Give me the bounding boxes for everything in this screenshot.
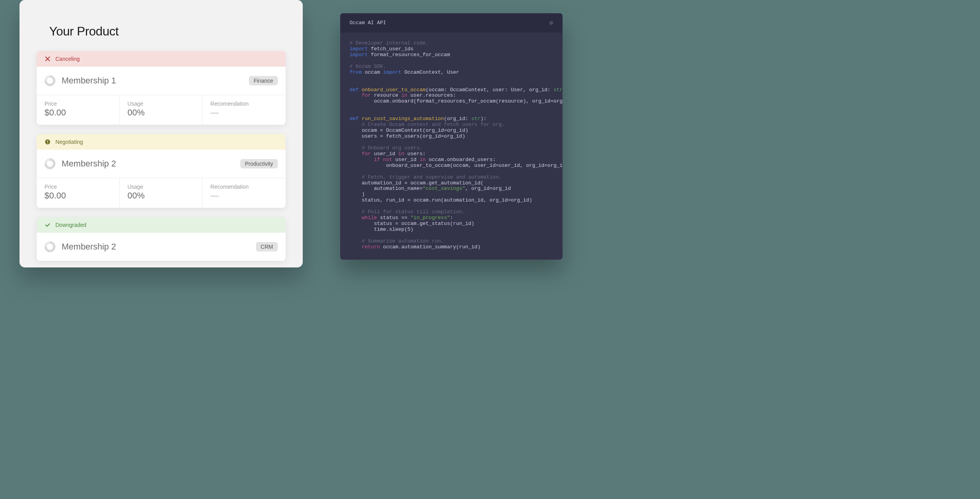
code-text: users = fetch_users(org_id=org_id) (350, 133, 465, 139)
status-bar-negotiating: Negotiating (37, 134, 286, 150)
membership-card: Negotiating Membership 2 Productivity Pr… (37, 134, 286, 208)
code-text: ): (480, 116, 486, 122)
window-dot-icon (549, 21, 553, 25)
membership-header: Membership 2 Productivity (37, 150, 286, 178)
check-icon (44, 222, 51, 228)
stat-label: Usage (128, 101, 195, 107)
code-text: fetch_user_ids (368, 46, 414, 52)
code-text: occam.onboarded_users: (426, 157, 495, 163)
code-string: "cost_savings" (423, 186, 465, 191)
membership-card: Canceling Membership 1 Finance Price $0.… (37, 51, 286, 125)
stat-value: 00% (128, 108, 195, 118)
code-keyword: not (383, 157, 392, 163)
membership-name: Membership 2 (62, 159, 116, 169)
code-comment: # Summarise automation run. (362, 238, 444, 244)
code-title: Occam AI API (350, 20, 386, 26)
stat-value: $0.00 (44, 108, 112, 118)
code-text: occam.automation_summary(run_id) (380, 244, 480, 250)
status-bar-downgraded: Downgraded (37, 217, 286, 233)
stat-value: — (210, 191, 278, 201)
stat-label: Usage (128, 184, 195, 190)
category-tag: Productivity (240, 159, 278, 168)
membership-name: Membership 1 (62, 76, 116, 86)
product-card: Your Product Canceling Membership 1 Fina… (20, 0, 303, 267)
code-function: run_cost_savings_automation (359, 116, 444, 122)
code-body: # Developer internal code. import fetch_… (340, 33, 563, 260)
code-titlebar: Occam AI API (340, 13, 563, 33)
code-keyword: if (374, 157, 380, 163)
membership-card: Downgraded Membership 2 CRM (37, 217, 286, 261)
stat-label: Price (44, 101, 112, 107)
code-text: automation_name= (350, 186, 423, 191)
membership-header: Membership 2 CRM (37, 233, 286, 261)
code-keyword: for (362, 151, 371, 157)
svg-point-2 (47, 143, 48, 143)
stat-value: 00% (128, 191, 195, 201)
x-icon (44, 56, 51, 62)
code-text: (occam: OccamContext, user: User, org_id… (426, 87, 554, 93)
code-comment: # Onboard org users. (362, 145, 423, 151)
status-label: Downgraded (55, 222, 86, 228)
code-comment: # Fetch, trigger and supervise and autom… (362, 174, 502, 180)
code-type: str (471, 116, 480, 122)
stat-usage: Usage 00% (120, 178, 203, 208)
code-text: onboard_user_to_occam(occam, user_id=use… (350, 163, 563, 168)
code-text: occam = OccamContext(org_id=org_id) (350, 127, 468, 133)
code-text: user_id (392, 157, 419, 163)
code-string: "in_progress" (410, 215, 450, 221)
stat-price: Price $0.00 (37, 95, 120, 125)
code-type: str (554, 87, 563, 93)
code-text: status, run_id = occam.run(automation_id… (350, 197, 532, 203)
code-text: status == (377, 215, 410, 221)
membership-stats: Price $0.00 Usage 00% Recomendation — (37, 95, 286, 125)
code-card: Occam AI API # Developer internal code. … (340, 13, 563, 260)
code-keyword: from (350, 69, 362, 75)
stat-label: Price (44, 184, 112, 190)
membership-stats: Price $0.00 Usage 00% Recomendation — (37, 178, 286, 208)
code-text: occam (362, 69, 383, 75)
category-tag: CRM (256, 242, 278, 251)
code-text: user_id (371, 151, 398, 157)
stat-recommendation: Recomendation — (202, 95, 286, 125)
stat-label: Recomendation (210, 184, 278, 190)
stat-value: — (210, 108, 278, 118)
status-bar-canceling: Canceling (37, 51, 286, 67)
code-text: : (450, 215, 453, 221)
code-comment: # Occam SDK. (350, 64, 386, 69)
code-comment: # Create Occam context and fetch users f… (362, 122, 505, 127)
code-keyword: return (362, 244, 380, 250)
stat-usage: Usage 00% (120, 95, 203, 125)
code-keyword: in (401, 92, 408, 98)
ring-icon (42, 156, 58, 172)
alert-icon (44, 139, 51, 145)
code-text: (org_id: (444, 116, 471, 122)
membership-name: Membership 2 (62, 242, 116, 252)
code-text: automation_id = occam.get_automation_id( (350, 180, 483, 186)
code-text: , org_id=org_id (465, 186, 511, 191)
code-text: status = occam.get_status(run_id) (350, 221, 474, 226)
stat-price: Price $0.00 (37, 178, 120, 208)
code-comment: # Poll for status till completion. (362, 209, 465, 215)
code-keyword: import (350, 52, 368, 58)
status-label: Canceling (55, 56, 80, 62)
code-keyword: in (398, 151, 405, 157)
stat-label: Recomendation (210, 101, 278, 107)
code-text: time.sleep(5) (350, 226, 414, 232)
code-text: user.resources: (407, 92, 456, 98)
stat-recommendation: Recomendation — (202, 178, 286, 208)
ring-icon (42, 239, 58, 255)
svg-rect-1 (47, 140, 48, 142)
membership-header: Membership 1 Finance (37, 67, 286, 95)
code-text: occam.onboard(format_resources_for_occam… (350, 98, 563, 104)
code-text: ) (350, 191, 365, 197)
code-function: onboard_user_to_occam (359, 87, 426, 93)
code-text: OccamContext, User (401, 69, 459, 75)
code-text: users: (404, 151, 426, 157)
code-keyword: import (350, 46, 368, 52)
code-keyword: in (419, 157, 426, 163)
ring-icon (42, 73, 58, 88)
code-keyword: def (350, 87, 359, 93)
code-keyword: import (383, 69, 401, 75)
category-tag: Finance (249, 76, 278, 85)
status-label: Negotiating (55, 139, 83, 145)
